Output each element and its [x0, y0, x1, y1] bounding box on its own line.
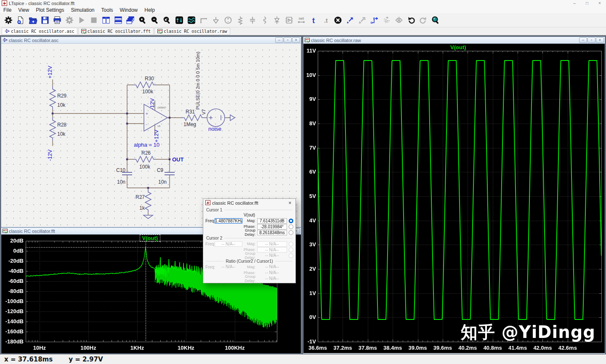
zoom-full-icon[interactable]	[162, 14, 173, 26]
menu-item-simulation[interactable]: Simulation	[68, 7, 98, 13]
schematic-restore-button[interactable]: ▫	[284, 37, 292, 43]
cursor1-gd-radio[interactable]	[289, 230, 293, 235]
maximize-button[interactable]: □	[581, 0, 593, 7]
zoom-in-icon[interactable]	[137, 14, 148, 26]
save-icon[interactable]	[40, 14, 50, 26]
tab-oscillator.asc[interactable]: classic RC oscillator.asc	[2, 28, 77, 35]
ratio-freq-label: Freq:	[205, 265, 215, 269]
resistor-icon[interactable]	[235, 14, 246, 26]
ratio-freq-value: -- N/A--	[215, 264, 242, 270]
cursor2-phase-input[interactable]: -- N/A--	[257, 247, 287, 253]
tab-oscillator.raw[interactable]: classic RC oscillator.raw	[154, 28, 230, 35]
redo-icon[interactable]	[418, 14, 429, 26]
capacitor-c9	[165, 172, 175, 175]
tab-oscillator.fft[interactable]: classic RC oscillator.fft	[78, 28, 154, 35]
raw-plot-area: V(out) 知乎 @YiDingg 11V10V9V8V7V6V5V4V3V2…	[303, 44, 605, 353]
raw-restore-button[interactable]: ▫	[587, 37, 595, 43]
tab-bar: classic RC oscillator.ascclassic RC osci…	[0, 27, 606, 35]
menu-item-view[interactable]: View	[15, 7, 32, 13]
control-panel-icon[interactable]	[64, 14, 75, 26]
raw-trace-label[interactable]: V(out)	[450, 44, 466, 50]
cursor1-phase-input[interactable]: -28.019984°	[257, 224, 287, 229]
cursor1-mag-input[interactable]: 7.6143511dB	[257, 218, 287, 224]
halt-icon[interactable]	[88, 14, 99, 26]
raw-y-tick: 4V	[303, 217, 316, 224]
spice-directive-icon[interactable]: .t	[320, 14, 331, 26]
label-r30: R30	[145, 76, 154, 82]
cursor1-phase-radio[interactable]	[289, 224, 293, 229]
menu-bar: FileViewPlot SettingsSimulationToolsWind…	[0, 7, 606, 13]
capacitor-icon[interactable]	[247, 14, 258, 26]
paste-icon[interactable]	[357, 14, 368, 26]
component-icon[interactable]	[284, 14, 295, 26]
net-label-icon[interactable]: net	[296, 14, 307, 26]
copy-icon[interactable]	[345, 14, 356, 26]
menu-item-help[interactable]: Help	[141, 7, 158, 13]
raw-minimize-button[interactable]: –	[579, 37, 587, 43]
cursor-dialog-titlebar[interactable]: classic RC oscillator.fft ×	[203, 199, 295, 207]
voltage-source-icon[interactable]	[223, 14, 234, 26]
cursor2-phase-radio[interactable]	[289, 248, 293, 252]
plot-settings-icon[interactable]	[186, 14, 197, 26]
text-icon[interactable]: t	[308, 14, 319, 26]
svg-text:t: t	[312, 16, 315, 24]
resistor-r26	[133, 156, 156, 162]
raw-plot-canvas[interactable]	[303, 44, 605, 353]
wire-icon[interactable]	[198, 14, 209, 26]
svg-text:net: net	[299, 16, 304, 21]
cursor1-freq-label: Freq:	[205, 219, 215, 223]
drag-icon[interactable]	[369, 14, 380, 26]
menu-item-window[interactable]: Window	[117, 7, 141, 13]
zoom-out-icon[interactable]	[149, 14, 160, 26]
delete-icon[interactable]	[332, 14, 343, 26]
fft-trace-label[interactable]: V(out)	[140, 235, 161, 242]
cursor2-freq-label: Freq:	[205, 242, 215, 246]
label-r31: R31	[186, 109, 195, 115]
menu-item-plot-settings[interactable]: Plot Settings	[32, 7, 67, 13]
cursor1-freq-input[interactable]: 1.4807887KHz	[215, 218, 242, 224]
label-opamp-plus-rail: +12V	[153, 129, 159, 142]
cursor1-mag-radio[interactable]	[289, 219, 293, 223]
cursor2-mag-input[interactable]: -- N/A--	[257, 241, 287, 247]
diode-icon[interactable]	[271, 14, 282, 26]
cascade-icon[interactable]	[125, 14, 136, 26]
resistor-r29	[50, 87, 56, 109]
undo-icon[interactable]	[406, 14, 417, 26]
cursor2-gd-radio[interactable]	[289, 253, 293, 258]
cursor1-gd-input[interactable]: 8.2618348ms	[257, 230, 287, 235]
cursor2-mag-radio[interactable]	[289, 242, 293, 246]
autorange-icon[interactable]	[174, 14, 185, 26]
menu-item-tools[interactable]: Tools	[98, 7, 117, 13]
app-titlebar: LTspice - classic RC oscillator.fft – □ …	[0, 0, 606, 7]
mirror-icon[interactable]	[393, 14, 404, 26]
rotate-icon[interactable]	[381, 14, 392, 26]
raw-y-tick: 5V	[303, 193, 316, 199]
open-icon[interactable]	[27, 14, 38, 26]
new-schematic-icon[interactable]	[15, 14, 26, 26]
settings-gear-icon[interactable]	[3, 14, 14, 26]
minimize-button[interactable]: –	[568, 0, 581, 7]
fft-y-tick: 0dB	[1, 248, 24, 254]
label-c9: C9	[157, 167, 164, 173]
cursor2-freq-input[interactable]: -- N/A--	[215, 241, 242, 247]
dialog-close-icon[interactable]: ×	[287, 200, 293, 206]
schematic-window-titlebar[interactable]: classic RC oscillator.asc – ▫ ×	[1, 37, 301, 44]
print-icon[interactable]	[52, 14, 63, 26]
raw-window-titlebar[interactable]: classic RC oscillator.raw – ▫ ×	[303, 37, 605, 44]
menu-item-file[interactable]: File	[0, 7, 15, 13]
find-icon[interactable]	[430, 14, 441, 26]
schematic-close-button[interactable]: ×	[292, 37, 300, 43]
run-icon[interactable]	[76, 14, 87, 26]
opamp-model: LM358/S7	[157, 107, 166, 109]
close-button[interactable]: ×	[593, 0, 606, 7]
status-x: x = 37.618ms	[4, 356, 53, 363]
tile-vertical-icon[interactable]	[101, 14, 112, 26]
tile-horizontal-icon[interactable]	[113, 14, 124, 26]
schematic-minimize-button[interactable]: –	[275, 37, 283, 43]
label-r28-value: 10k	[57, 131, 66, 137]
inductor-icon[interactable]	[259, 14, 270, 26]
raw-close-button[interactable]: ×	[596, 37, 604, 43]
ground-icon[interactable]	[210, 14, 221, 26]
fft-y-tick: -160dB	[1, 328, 24, 335]
fft-y-tick: -140dB	[1, 318, 24, 324]
